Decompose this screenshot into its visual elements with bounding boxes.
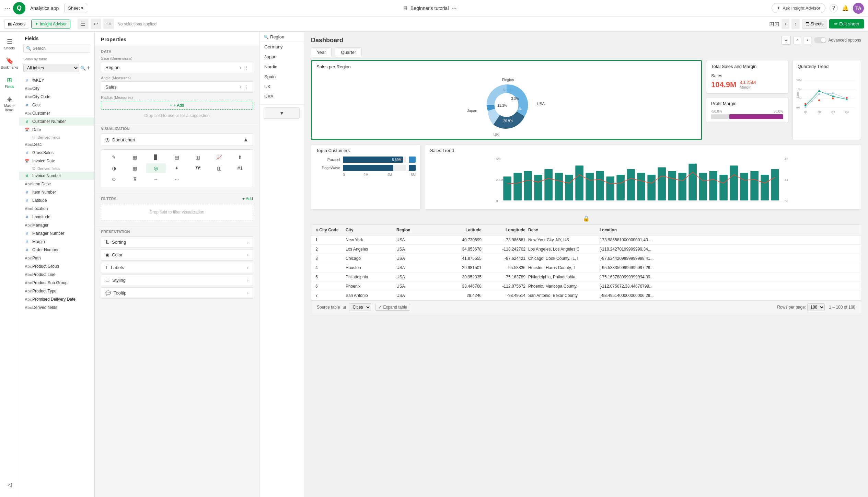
- field-item[interactable]: Abc City Code: [19, 93, 94, 101]
- field-item[interactable]: # Margin: [19, 238, 94, 246]
- quarter-filter-chip[interactable]: Quarter: [335, 47, 362, 57]
- angle-expand-icon[interactable]: ›: [240, 84, 241, 90]
- field-item[interactable]: Abc Path: [19, 254, 94, 262]
- viz-icon-bullet[interactable]: ↔: [146, 174, 166, 184]
- labels-item[interactable]: T Labels ›: [101, 262, 253, 273]
- field-item[interactable]: # Order Number: [19, 246, 94, 254]
- field-item[interactable]: # Latitude: [19, 196, 94, 205]
- viz-icon-donut[interactable]: ◎: [146, 163, 166, 173]
- color-item[interactable]: ◉ Color ›: [101, 249, 253, 261]
- add-filter-button[interactable]: + Add: [242, 196, 253, 201]
- field-item[interactable]: # GrossSales: [19, 149, 94, 157]
- field-item-customer-number[interactable]: # Customer Number: [19, 117, 94, 126]
- angle-more-icon[interactable]: ⋮: [244, 84, 248, 90]
- radius-add-button[interactable]: + + Add: [101, 101, 253, 110]
- viz-icon-grouped[interactable]: ▥: [188, 152, 208, 162]
- derived-sub-item[interactable]: ⊡ Derived fields: [19, 165, 94, 172]
- field-item[interactable]: 📅 Invoice Date: [19, 157, 94, 165]
- field-item[interactable]: # Longitude: [19, 213, 94, 221]
- nav-dots[interactable]: ···: [452, 4, 457, 12]
- table-selector[interactable]: All tables: [23, 64, 79, 72]
- field-item[interactable]: Abc Product Type: [19, 287, 94, 295]
- grid-icon[interactable]: ⋯: [4, 4, 10, 12]
- nav-fields[interactable]: ⊞ Fields: [1, 73, 18, 92]
- slice-expand-icon[interactable]: ›: [240, 65, 241, 70]
- slice-more-icon[interactable]: ⋮: [244, 65, 248, 70]
- viz-icon-treemap[interactable]: ▦: [125, 163, 144, 173]
- region-item-germany[interactable]: Germany: [259, 42, 304, 52]
- fields-search-input[interactable]: [23, 44, 90, 53]
- field-item[interactable]: Abc Product Sub Group: [19, 279, 94, 287]
- nav-bookmarks[interactable]: 🔖 Bookmarks: [1, 54, 18, 73]
- field-item[interactable]: # %KEY: [19, 76, 94, 84]
- rows-per-page-select[interactable]: 100: [807, 303, 825, 311]
- col-longitude[interactable]: Longitude: [484, 228, 525, 232]
- sorting-item[interactable]: ⇅ Sorting ›: [101, 236, 253, 248]
- viz-icon-gauge[interactable]: ⊙: [104, 174, 124, 184]
- add-table-icon[interactable]: +: [87, 65, 90, 71]
- derived-sub-item[interactable]: ⊡ Derived fields: [19, 134, 94, 140]
- slice-field-row[interactable]: Region › ⋮: [101, 62, 253, 73]
- toolbar-icon-1[interactable]: ☰: [78, 19, 89, 29]
- field-item[interactable]: Abc Customer: [19, 109, 94, 117]
- field-item[interactable]: Abc Product Group: [19, 262, 94, 270]
- field-item-invoice-number[interactable]: # Invoice Number: [19, 172, 94, 180]
- field-item[interactable]: # Cost: [19, 101, 94, 109]
- viz-icon-scatter[interactable]: ✦: [167, 163, 187, 173]
- viz-icon-table[interactable]: ▦: [125, 152, 144, 162]
- field-item[interactable]: # Manager Number: [19, 229, 94, 238]
- col-location[interactable]: Location: [600, 228, 857, 232]
- insight-advisor-button[interactable]: ✦ Insight Advisor: [31, 20, 70, 28]
- field-item[interactable]: Abc Location: [19, 205, 94, 213]
- redo-button[interactable]: ↪: [103, 19, 114, 29]
- viz-icon-pencil[interactable]: ✎: [104, 152, 124, 162]
- prev-sheet-button[interactable]: ‹: [794, 36, 801, 44]
- field-item[interactable]: Abc Item Desc: [19, 180, 94, 188]
- add-sheet-button[interactable]: +: [782, 36, 790, 45]
- expand-table-btn[interactable]: ⤢ Expand table: [375, 304, 410, 311]
- toolbar-back-button[interactable]: ‹: [782, 19, 789, 29]
- viz-icon-filter[interactable]: ▥: [209, 163, 229, 173]
- bell-icon[interactable]: 🔔: [842, 5, 849, 11]
- viz-icon-bar[interactable]: ▊: [146, 152, 166, 162]
- region-dropdown-button[interactable]: ▾: [264, 107, 300, 119]
- advanced-options-toggle[interactable]: Advanced options: [814, 37, 861, 43]
- region-item-uk[interactable]: UK: [259, 82, 304, 92]
- viz-icon-area[interactable]: ⬆: [230, 152, 250, 162]
- viz-icon-kpi[interactable]: #1: [230, 163, 250, 173]
- viz-icon-line[interactable]: 📈: [209, 152, 229, 162]
- nav-sheets[interactable]: ☰ Sheets: [1, 34, 18, 54]
- field-item[interactable]: Abc Promised Delivery Date: [19, 295, 94, 303]
- region-item-spain[interactable]: Spain: [259, 72, 304, 82]
- field-item[interactable]: Abc Desc: [19, 140, 94, 149]
- angle-field-row[interactable]: Sales › ⋮: [101, 81, 253, 93]
- assets-button[interactable]: ▤ Assets: [4, 20, 29, 28]
- search-table-icon[interactable]: 🔍: [80, 66, 86, 71]
- advanced-options-toggle-switch[interactable]: [814, 37, 826, 43]
- viz-collapse-icon[interactable]: ▲: [243, 137, 248, 143]
- edit-sheet-button[interactable]: ✏ Edit sheet: [829, 19, 864, 28]
- col-latitude[interactable]: Latitude: [440, 228, 482, 232]
- styling-item[interactable]: ▭ Styling ›: [101, 275, 253, 286]
- nav-collapse[interactable]: ◁: [1, 478, 18, 492]
- next-sheet-button[interactable]: ›: [804, 36, 811, 44]
- col-desc[interactable]: Desc: [528, 228, 597, 232]
- region-item-japan[interactable]: Japan: [259, 52, 304, 62]
- viz-icon-map[interactable]: 🗺: [188, 163, 208, 173]
- field-item[interactable]: Abc Product Line: [19, 270, 94, 279]
- field-item[interactable]: Abc Derived fields: [19, 303, 94, 312]
- viz-icon-more[interactable]: ···: [167, 174, 187, 184]
- viz-icon-waterfall[interactable]: ⊼: [125, 174, 144, 184]
- field-item[interactable]: Abc Manager: [19, 221, 94, 229]
- grid-view-button[interactable]: ⊞⊞: [769, 20, 779, 28]
- col-city[interactable]: City: [346, 228, 394, 232]
- region-item-nordic[interactable]: Nordic: [259, 62, 304, 72]
- viz-icon-stacked[interactable]: ▤: [167, 152, 187, 162]
- tooltip-item[interactable]: 💬 Tooltip ›: [101, 287, 253, 299]
- field-item[interactable]: Abc City: [19, 84, 94, 93]
- table-name-select[interactable]: Cities: [349, 303, 371, 311]
- year-filter-chip[interactable]: Year: [311, 47, 332, 57]
- nav-master-items[interactable]: ◈ Master items: [1, 92, 18, 116]
- ask-insight-advisor-button[interactable]: ✦ Ask Insight Advisor: [772, 3, 825, 13]
- undo-button[interactable]: ↩: [91, 19, 101, 29]
